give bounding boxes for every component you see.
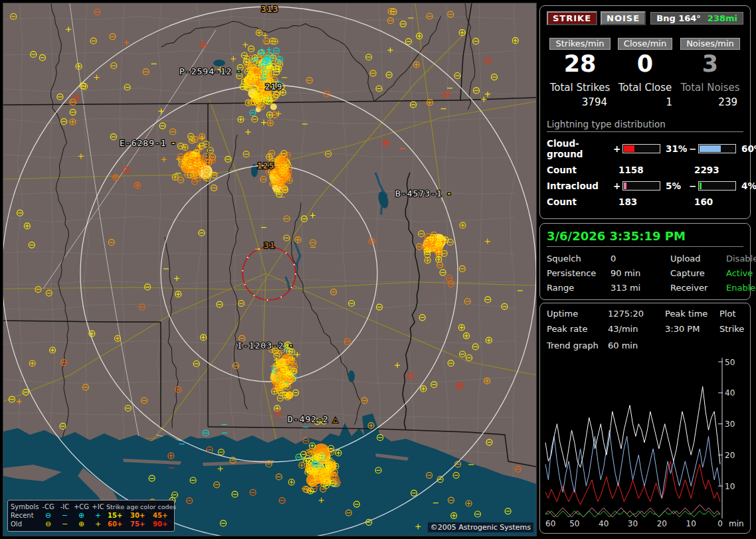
legend-symbol-1: − — [56, 512, 73, 519]
squelch-label: Squelch — [547, 254, 611, 264]
cg-plus-sign: + — [613, 143, 622, 154]
storm-cell-tail-mark: - — [236, 67, 242, 76]
cg-minus-pct: 60% — [738, 143, 756, 154]
squelch-value: 0 — [611, 254, 670, 264]
trend-series-strikes-total — [545, 386, 720, 467]
total-noises-value: 239 — [678, 96, 743, 108]
cg-minus-sign: − — [689, 143, 698, 154]
legend-col-ic-pos: +IC — [90, 503, 106, 510]
cg-plus-count: 1158 — [618, 165, 662, 175]
close-rate: 0 — [613, 50, 678, 77]
legend-age-chip: 15+ — [106, 512, 129, 519]
peak-time-label: Peak time — [665, 309, 719, 319]
peak-rate-value: 43/min — [608, 324, 665, 334]
svg-text:min: min — [729, 519, 744, 528]
distribution-title: Lightning type distribution — [547, 119, 743, 132]
svg-text:10: 10 — [686, 519, 696, 528]
total-close-label: Total Close — [613, 82, 678, 94]
legend-age-chip: 45+ — [151, 512, 174, 519]
copyright-text: ©2005 Astrogenic Systems — [428, 522, 533, 532]
ic-minus-bar — [698, 181, 736, 191]
status-panel: 3/6/2026 3:35:19 PM Squelch 0 Upload Dis… — [539, 223, 751, 300]
persistence-value: 90 min — [611, 268, 670, 278]
legend-col-ic-neg: -IC — [56, 503, 73, 510]
capture-label: Capture — [670, 268, 726, 278]
legend-symbol-2: ⊕ — [73, 520, 90, 528]
storm-cell-tail-mark: - — [288, 341, 294, 350]
peak-time-value: 3:30 PM — [665, 324, 719, 334]
legend-col-cg-neg: -CG — [40, 503, 56, 510]
trend-graph: 50403020106050403020100min — [543, 349, 749, 531]
plot-value: Strike — [719, 324, 744, 334]
ic-plus-pct: 5% — [662, 181, 689, 191]
ic-plus-count: 183 — [618, 196, 662, 207]
range-ring-label: 219 — [265, 82, 282, 92]
svg-text:50: 50 — [725, 358, 735, 367]
receiver-label: Receiver — [670, 283, 726, 293]
storm-cell-label: P-2594-12 — [179, 66, 232, 76]
svg-text:10: 10 — [725, 482, 735, 491]
storm-cell-tail-mark: - — [446, 189, 452, 198]
strike-button[interactable]: STRIKE — [547, 11, 597, 25]
bearing-distance: 238mi — [708, 13, 737, 23]
lightning-map[interactable]: 31321912531P-2594-12-E-6289-1-B-4573-1-I… — [3, 3, 537, 536]
uptime-value: 1275:20 — [608, 309, 665, 319]
noise-button[interactable]: NOISE — [601, 11, 646, 25]
range-ring-label: 125 — [257, 161, 274, 171]
ic-plus-bar — [622, 181, 660, 191]
strikes-per-min-chip[interactable]: Strikes/min — [549, 38, 610, 50]
storm-cell-tail-mark: △ — [333, 415, 338, 424]
strikes-column: Strikes/min 28 Total Strikes 3794 — [547, 37, 613, 108]
legend-symbol-1: − — [56, 520, 73, 528]
trend-series-cg- — [545, 430, 720, 499]
range-ring-label: 31 — [264, 240, 276, 250]
legend-header-row: Symbols -CG -IC +CG +IC Strike age color… — [11, 502, 171, 511]
trend-series-ic- — [545, 511, 720, 517]
capture-status: Active — [726, 268, 756, 278]
noises-per-min-chip[interactable]: Noises/min — [680, 38, 740, 50]
legend-row-recent: Recent⊖−⊕+15+30+45+ — [11, 511, 171, 520]
cg-minus-count: 2293 — [694, 165, 738, 175]
plot-label: Plot — [719, 309, 744, 319]
legend-age-chip: 90+ — [151, 520, 174, 528]
ic-minus-count: 160 — [694, 196, 738, 207]
strike-counters-panel: STRIKE NOISE Bng 164° 238mi Strikes/min … — [539, 5, 751, 219]
trend-panel: Uptime 1275:20 Peak time Plot Peak rate … — [539, 303, 751, 534]
storm-cell-label: E-6289-1 — [120, 138, 167, 148]
storm-cell-label: B-4573-1 — [395, 189, 442, 198]
trend-series-ic- — [545, 504, 720, 517]
legend-age-chip: 60+ — [106, 520, 129, 528]
legend-symbol-3: + — [90, 520, 106, 528]
svg-text:0: 0 — [717, 519, 723, 528]
cg-count-label: Count — [547, 165, 613, 175]
total-noises-label: Total Noises — [678, 82, 743, 94]
intracloud-label: Intracloud — [547, 181, 613, 191]
svg-text:60: 60 — [545, 519, 555, 528]
svg-text:20: 20 — [725, 451, 735, 460]
total-close-value: 1 — [613, 96, 678, 108]
svg-text:30: 30 — [628, 519, 638, 528]
cg-plus-bar — [622, 144, 660, 153]
noises-column: Noises/min 3 Total Noises 239 — [678, 37, 743, 108]
ic-plus-sign: + — [613, 181, 622, 191]
map-canvas[interactable]: 31321912531P-2594-12-E-6289-1-B-4573-1-I… — [3, 3, 536, 536]
legend-symbol-3: + — [90, 512, 106, 519]
storm-cell-label: D-492-2 — [288, 414, 329, 424]
range-ring-label: 313 — [261, 4, 278, 14]
ic-minus-pct: 4% — [738, 181, 756, 191]
strikes-rate: 28 — [547, 50, 613, 77]
map-legend: Symbols -CG -IC +CG +IC Strike age color… — [7, 500, 175, 532]
legend-age-chip: 30+ — [129, 512, 151, 519]
range-label: Range — [547, 283, 611, 293]
bearing-label: Bng 164° — [656, 13, 701, 23]
total-strikes-label: Total Strikes — [547, 82, 613, 94]
total-strikes-value: 3794 — [547, 96, 613, 108]
storm-core-blob — [270, 104, 277, 110]
svg-text:30: 30 — [725, 420, 735, 429]
ic-count-label: Count — [547, 196, 613, 207]
close-per-min-chip[interactable]: Close/min — [618, 38, 672, 50]
cloud-ground-label: Cloud-ground — [547, 138, 613, 159]
svg-text:50: 50 — [569, 519, 579, 528]
bearing-display: Bng 164° 238mi — [650, 12, 743, 25]
upload-status: Disabled — [726, 254, 756, 264]
